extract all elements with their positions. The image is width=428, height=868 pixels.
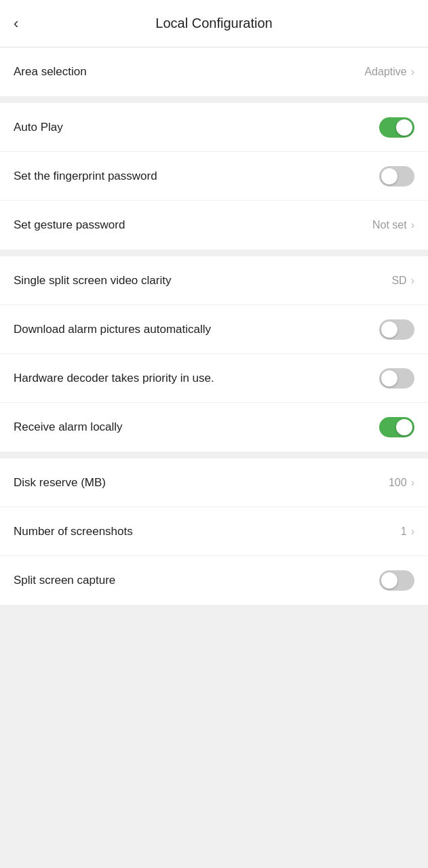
toggle-track-split-screen-capture <box>379 570 414 591</box>
section-general: Auto PlaySet the fingerprint passwordSet… <box>0 103 428 250</box>
value-area-selection: Adaptive <box>364 66 406 78</box>
chevron-icon-area-selection: › <box>411 66 414 78</box>
row-auto-play: Auto Play <box>0 103 428 152</box>
toggle-thumb-split-screen-capture <box>381 572 397 589</box>
value-disk-reserve: 100 <box>389 477 407 489</box>
right-disk-reserve[interactable]: 100› <box>389 477 414 489</box>
right-receive-alarm <box>379 417 414 437</box>
row-split-screen-clarity[interactable]: Single split screen video claritySD› <box>0 256 428 305</box>
value-gesture-password: Not set <box>372 219 407 231</box>
label-auto-play: Auto Play <box>14 121 63 134</box>
toggle-auto-play[interactable] <box>379 117 414 138</box>
chevron-icon-num-screenshots: › <box>411 526 414 538</box>
right-split-screen-clarity[interactable]: SD› <box>391 275 414 287</box>
right-auto-play <box>379 117 414 138</box>
toggle-receive-alarm[interactable] <box>379 417 414 437</box>
right-num-screenshots[interactable]: 1› <box>401 526 414 538</box>
row-area-selection[interactable]: Area selectionAdaptive› <box>0 47 428 96</box>
right-gesture-password[interactable]: Not set› <box>372 219 414 231</box>
right-download-alarm-pictures <box>379 319 414 340</box>
value-num-screenshots: 1 <box>401 526 407 538</box>
row-split-screen-capture: Split screen capture <box>0 556 428 605</box>
row-hardware-decoder: Hardware decoder takes priority in use. <box>0 354 428 403</box>
section-storage: Disk reserve (MB)100›Number of screensho… <box>0 458 428 605</box>
settings-container: Area selectionAdaptive›Auto PlaySet the … <box>0 47 428 605</box>
toggle-hardware-decoder[interactable] <box>379 368 414 389</box>
toggle-track-download-alarm-pictures <box>379 319 414 340</box>
right-area-selection[interactable]: Adaptive› <box>364 66 414 78</box>
chevron-icon-disk-reserve: › <box>411 477 414 489</box>
toggle-download-alarm-pictures[interactable] <box>379 319 414 340</box>
chevron-icon-gesture-password: › <box>411 219 414 231</box>
row-fingerprint-password: Set the fingerprint password <box>0 152 428 201</box>
toggle-track-hardware-decoder <box>379 368 414 389</box>
value-split-screen-clarity: SD <box>391 275 406 287</box>
toggle-thumb-receive-alarm <box>396 419 412 435</box>
page-title: Local Configuration <box>155 16 272 31</box>
label-area-selection: Area selection <box>14 65 87 79</box>
label-split-screen-clarity: Single split screen video clarity <box>14 274 171 288</box>
toggle-split-screen-capture[interactable] <box>379 570 414 591</box>
label-disk-reserve: Disk reserve (MB) <box>14 476 106 490</box>
label-split-screen-capture: Split screen capture <box>14 574 115 587</box>
header: ‹ Local Configuration <box>0 0 428 47</box>
right-hardware-decoder <box>379 368 414 389</box>
row-receive-alarm: Receive alarm locally <box>0 403 428 452</box>
toggle-fingerprint-password[interactable] <box>379 166 414 186</box>
label-fingerprint-password: Set the fingerprint password <box>14 170 157 183</box>
label-gesture-password: Set gesture password <box>14 218 125 232</box>
row-download-alarm-pictures: Download alarm pictures automatically <box>0 305 428 354</box>
label-hardware-decoder: Hardware decoder takes priority in use. <box>14 372 214 385</box>
section-video: Single split screen video claritySD›Down… <box>0 256 428 452</box>
toggle-track-receive-alarm <box>379 417 414 437</box>
right-split-screen-capture <box>379 570 414 591</box>
back-button[interactable]: ‹ <box>14 15 18 33</box>
toggle-thumb-fingerprint-password <box>381 168 397 184</box>
toggle-track-fingerprint-password <box>379 166 414 186</box>
toggle-thumb-hardware-decoder <box>381 370 397 387</box>
row-gesture-password[interactable]: Set gesture passwordNot set› <box>0 201 428 250</box>
chevron-icon-split-screen-clarity: › <box>411 275 414 287</box>
row-num-screenshots[interactable]: Number of screenshots1› <box>0 507 428 556</box>
label-download-alarm-pictures: Download alarm pictures automatically <box>14 323 211 336</box>
right-fingerprint-password <box>379 166 414 186</box>
toggle-thumb-auto-play <box>396 119 412 136</box>
row-disk-reserve[interactable]: Disk reserve (MB)100› <box>0 458 428 507</box>
toggle-thumb-download-alarm-pictures <box>381 321 397 338</box>
label-receive-alarm: Receive alarm locally <box>14 420 123 434</box>
section-area: Area selectionAdaptive› <box>0 47 428 96</box>
label-num-screenshots: Number of screenshots <box>14 525 133 538</box>
toggle-track-auto-play <box>379 117 414 138</box>
